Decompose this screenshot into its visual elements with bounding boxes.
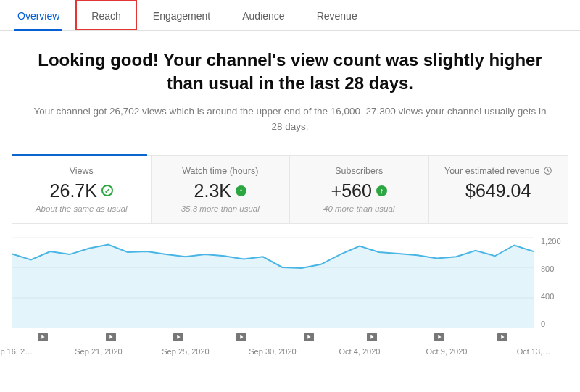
y-tick: 0 bbox=[536, 320, 568, 328]
stat-subscribers-label: Subscribers bbox=[296, 166, 423, 176]
x-tick: Sep 25, 2020 bbox=[162, 347, 209, 356]
y-tick: 800 bbox=[536, 264, 568, 273]
tab-audience[interactable]: Audience bbox=[226, 0, 300, 30]
stat-revenue[interactable]: Your estimated revenue $649.04 bbox=[429, 156, 568, 223]
play-icon bbox=[38, 333, 48, 341]
x-tick: Oct 4, 2020 bbox=[339, 347, 381, 356]
arrow-up-circle-icon: ↑ bbox=[376, 185, 387, 196]
tab-reach[interactable]: Reach bbox=[75, 0, 136, 30]
play-icon bbox=[367, 333, 377, 341]
play-icon bbox=[106, 333, 116, 341]
stat-watch-time[interactable]: Watch time (hours) 2.3K ↑ 35.3 more than… bbox=[152, 156, 291, 223]
stat-revenue-label: Your estimated revenue bbox=[435, 166, 563, 176]
play-icon bbox=[434, 333, 444, 341]
tab-revenue[interactable]: Revenue bbox=[301, 0, 373, 30]
summary-header: Looking good! Your channel's view count … bbox=[0, 31, 580, 145]
tab-overview[interactable]: Overview bbox=[1, 0, 75, 30]
views-chart: 1,2008004000 Sep 16, 2…Sep 21, 2020Sep 2… bbox=[12, 237, 568, 360]
stat-revenue-value: $649.04 bbox=[435, 180, 563, 201]
stat-subscribers[interactable]: Subscribers +560 ↑ 40 more than usual bbox=[290, 156, 429, 223]
x-tick: Sep 16, 2… bbox=[0, 347, 33, 356]
stat-watch-time-note: 35.3 more than usual bbox=[157, 204, 284, 213]
x-tick: Sep 30, 2020 bbox=[249, 347, 296, 356]
y-tick: 1,200 bbox=[536, 237, 568, 246]
stat-watch-time-value: 2.3K ↑ bbox=[157, 180, 284, 201]
chart-plot-area bbox=[12, 237, 534, 328]
chart-x-axis: Sep 16, 2…Sep 21, 2020Sep 25, 2020Sep 30… bbox=[12, 347, 534, 360]
play-icon bbox=[173, 333, 183, 341]
chart-y-axis: 1,2008004000 bbox=[536, 237, 568, 328]
tab-engagement[interactable]: Engagement bbox=[137, 0, 226, 30]
check-circle-icon: ✓ bbox=[102, 185, 113, 196]
stat-views[interactable]: Views 26.7K ✓ About the same as usual bbox=[12, 156, 152, 223]
subhead-text: Your channel got 26,702 views which is a… bbox=[29, 104, 551, 135]
y-tick: 400 bbox=[536, 292, 568, 301]
stat-views-value: 26.7K ✓ bbox=[18, 180, 145, 201]
x-tick: Oct 9, 2020 bbox=[426, 347, 468, 356]
analytics-tabs: Overview Reach Engagement Audience Reven… bbox=[0, 0, 580, 31]
stat-views-label: Views bbox=[18, 166, 145, 176]
x-tick: Sep 21, 2020 bbox=[75, 347, 122, 356]
play-icon bbox=[304, 333, 314, 341]
headline-text: Looking good! Your channel's view count … bbox=[29, 49, 551, 96]
stat-subscribers-value: +560 ↑ bbox=[296, 180, 423, 201]
play-icon bbox=[497, 333, 508, 341]
clock-icon bbox=[543, 166, 552, 175]
stat-cards: Views 26.7K ✓ About the same as usual Wa… bbox=[12, 155, 568, 224]
play-icon bbox=[236, 333, 246, 341]
stat-views-note: About the same as usual bbox=[18, 204, 145, 213]
chart-play-markers bbox=[12, 333, 534, 344]
arrow-up-circle-icon: ↑ bbox=[236, 185, 246, 196]
stat-watch-time-label: Watch time (hours) bbox=[157, 166, 284, 176]
x-tick: Oct 13,… bbox=[517, 347, 550, 356]
stat-subscribers-note: 40 more than usual bbox=[296, 204, 423, 213]
